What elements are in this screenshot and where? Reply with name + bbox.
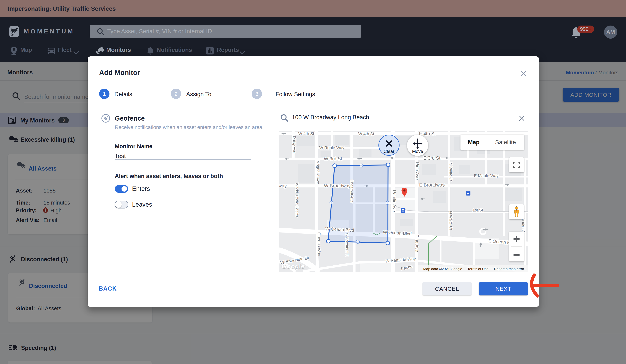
svg-text:W 4th St: W 4th St (298, 131, 314, 136)
svg-text:dway: dway (279, 183, 287, 188)
svg-text:E Broadway: E Broadway (419, 182, 445, 187)
svg-text:World Trade Center: World Trade Center (295, 183, 299, 217)
svg-text:W Broadway: W Broadway (324, 183, 351, 188)
svg-text:Paseo: Paseo (400, 264, 413, 271)
svg-text:1st St: 1st St (472, 208, 483, 212)
svg-text:W 3rd St: W 3rd St (324, 156, 342, 161)
svg-text:Chestnut Ave: Chestnut Ave (350, 179, 354, 203)
svg-text:Linden A: Linden A (521, 218, 526, 233)
svg-text:N Waite Ct: N Waite Ct (449, 163, 453, 181)
svg-text:Magnolia Ave: Magnolia Ave (316, 160, 320, 184)
svg-text:Pacific Ave: Pacific Ave (392, 190, 397, 212)
svg-text:Pine Ave: Pine Ave (415, 234, 420, 252)
svg-text:Queens Way: Queens Way (317, 232, 321, 256)
svg-text:Daisy Ave: Daisy Ave (292, 136, 297, 153)
svg-text:N Waite Ct: N Waite Ct (449, 211, 453, 230)
svg-text:E 3rd St: E 3rd St (423, 155, 440, 161)
svg-text:E Maple Way: E Maple Way (474, 173, 499, 178)
svg-text:W Roble Way: W Roble Way (319, 145, 344, 150)
svg-text:S Chestnut Pl: S Chestnut Pl (345, 233, 349, 257)
svg-text:W 4th St: W 4th St (358, 132, 374, 136)
svg-text:Pine Ave: Pine Ave (415, 162, 420, 180)
